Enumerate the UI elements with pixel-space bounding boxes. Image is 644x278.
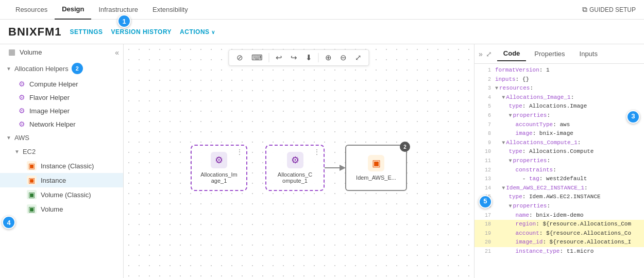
panel-expand-left-icon[interactable]: » — [479, 50, 483, 58]
sidebar-item-volume[interactable]: ▦ Volume — [0, 44, 123, 60]
volume-ec2-icon: ▣ — [27, 204, 37, 214]
sidebar-item-image-helper[interactable]: ⚙ Image Helper — [0, 104, 123, 117]
code-line-16: 16 ▼properties: — [474, 202, 644, 211]
image-helper-icon: ⚙ — [19, 107, 25, 115]
sidebar-collapse-btn[interactable]: « — [115, 48, 119, 57]
instance-classic-label: Instance (Classic) — [41, 162, 94, 170]
flavor-helper-icon: ⚙ — [19, 93, 25, 101]
canvas-area[interactable]: ⊘ ⌨ ↩ ↪ ⬇ ⊕ ⊖ ⤢ ⋮ ⚙ Allocations_Image_1 … — [124, 44, 474, 278]
sidebar-group-ec2[interactable]: ▼ EC2 — [0, 145, 123, 159]
sidebar-item-volume-classic[interactable]: ▣ Volume (Classic) — [0, 187, 123, 202]
redo-icon[interactable]: ↪ — [289, 52, 299, 63]
zoom-in-icon[interactable]: ⊕ — [323, 52, 334, 63]
main-layout: « ▦ Volume ▼ Allocation Helpers 2 ⚙ Comp… — [0, 44, 644, 278]
sidebar-item-instance[interactable]: ▣ Instance — [0, 173, 123, 187]
node-idem-aws[interactable]: 2 ▣ Idem_AWS_E... — [345, 145, 407, 191]
network-helper-label: Network Helper — [29, 120, 76, 128]
version-history-link[interactable]: VERSION HISTORY — [111, 28, 172, 36]
nav-design[interactable]: Design — [55, 0, 91, 20]
instance-classic-icon: ▣ — [27, 161, 37, 170]
instance-label: Instance — [41, 177, 66, 184]
volume-ec2-label: Volume — [41, 205, 63, 213]
node-allocations-compute[interactable]: ⋮ ⚙ Allocations_Compute_1 — [265, 145, 325, 191]
code-line-18: 18 region: ${resource.Allocations_Com — [474, 220, 644, 229]
expand-icon[interactable]: ⤢ — [353, 52, 364, 63]
code-content[interactable]: 1 formatVersion: 1 2 inputs: {} 3 ▼resou… — [474, 64, 644, 278]
sidebar-item-flavor-helper[interactable]: ⚙ Flavor Helper — [0, 91, 123, 104]
node-menu-icon-2[interactable]: ⋮ — [313, 148, 320, 156]
guided-setup-link[interactable]: ⧉ GUIDED SETUP — [582, 5, 636, 14]
code-line-17: 17 name: bnix-idem-demo — [474, 211, 644, 220]
node-menu-icon-1[interactable]: ⋮ — [236, 148, 243, 156]
allocation-helpers-label: Allocation Helpers — [14, 65, 69, 73]
node-allocations-image[interactable]: ⋮ ⚙ Allocations_Image_1 — [191, 145, 247, 191]
volume-icon: ▦ — [8, 47, 15, 57]
aws-label: AWS — [14, 134, 29, 142]
code-panel-header: » ⤢ Code Properties Inputs — [474, 44, 644, 64]
sidebar-item-volume-ec2[interactable]: ▣ Volume — [0, 202, 123, 216]
node-label-compute: Allocations_Compute_1 — [278, 171, 312, 184]
volume-classic-icon: ▣ — [27, 190, 37, 199]
nav-extensibility[interactable]: Extensibility — [145, 0, 195, 20]
ec2-label: EC2 — [23, 148, 36, 155]
sidebar-item-instance-classic[interactable]: ▣ Instance (Classic) — [0, 159, 123, 173]
toolbar-sep-2 — [318, 53, 319, 62]
code-line-5: 5 type: Allocations.Image — [474, 102, 644, 111]
node-label-image: Allocations_Image_1 — [200, 171, 238, 184]
app-title: BNIXFM1 — [8, 25, 62, 39]
guided-setup-label: GUIDED SETUP — [589, 6, 636, 13]
chevron-down-icon: ▼ — [6, 66, 11, 72]
code-line-8: 8 image: bnix-image — [474, 129, 644, 138]
sidebar: « ▦ Volume ▼ Allocation Helpers 2 ⚙ Comp… — [0, 44, 124, 278]
node-label-idem: Idem_AWS_E... — [356, 175, 396, 181]
tab-inputs[interactable]: Inputs — [573, 47, 604, 61]
tab-properties[interactable]: Properties — [528, 47, 571, 61]
eye-slash-icon[interactable]: ⊘ — [234, 52, 245, 63]
compute-helper-label: Compute Helper — [29, 80, 78, 88]
code-line-9: 9 ▼Allocations_Compute_1: — [474, 138, 644, 148]
code-line-10: 10 type: Allocations.Compute — [474, 147, 644, 157]
code-line-11: 11 ▼properties: — [474, 157, 644, 166]
node-icon-image: ⚙ — [211, 152, 227, 168]
code-line-15: 15 type: Idem.AWS.EC2.INSTANCE — [474, 193, 644, 202]
code-panel-expand-icons: » ⤢ — [479, 50, 492, 58]
volume-classic-label: Volume (Classic) — [41, 191, 91, 199]
code-line-7: 7 accountType: aws — [474, 120, 644, 130]
sidebar-group-aws[interactable]: ▼ AWS — [0, 131, 123, 145]
code-line-4: 4 ▼Allocations_Image_1: — [474, 93, 644, 102]
node-icon-idem: ▣ — [368, 155, 384, 171]
undo-icon[interactable]: ↩ — [274, 52, 284, 63]
sidebar-item-compute-helper[interactable]: ⚙ Compute Helper — [0, 77, 123, 91]
chevron-down-icon-aws: ▼ — [6, 135, 11, 141]
actions-link[interactable]: ACTIONS — [180, 28, 215, 36]
sidebar-volume-label: Volume — [20, 48, 42, 56]
nav-resources[interactable]: Resources — [8, 0, 55, 20]
sidebar-group-allocation-helpers[interactable]: ▼ Allocation Helpers 2 — [0, 60, 123, 77]
annotation-5: 5 — [479, 195, 492, 208]
canvas-toolbar: ⊘ ⌨ ↩ ↪ ⬇ ⊕ ⊖ ⤢ — [229, 49, 369, 66]
panel-expand-icon[interactable]: ⤢ — [486, 50, 492, 58]
settings-link[interactable]: SETTINGS — [70, 28, 103, 36]
nav-infrastructure[interactable]: Infrastructure — [91, 0, 145, 20]
code-line-3: 3 ▼resources: — [474, 84, 644, 93]
tab-code[interactable]: Code — [497, 46, 527, 61]
guided-setup-icon: ⧉ — [582, 5, 587, 14]
code-line-19: 19 account: ${resource.Allocations_Co — [474, 229, 644, 238]
chevron-down-icon-ec2: ▼ — [14, 149, 20, 154]
zoom-out-icon[interactable]: ⊖ — [338, 52, 349, 63]
code-line-13: 13 - tag: west2default — [474, 175, 644, 184]
sub-header: BNIXFM1 SETTINGS VERSION HISTORY ACTIONS — [0, 20, 644, 44]
flavor-helper-label: Flavor Helper — [29, 94, 70, 101]
image-helper-label: Image Helper — [29, 107, 70, 115]
keyboard-icon[interactable]: ⌨ — [249, 52, 265, 63]
allocation-helpers-badge: 2 — [72, 63, 83, 74]
download-icon[interactable]: ⬇ — [303, 52, 314, 63]
annotation-1: 1 — [117, 14, 131, 28]
code-line-21: 21 instance_type: t1.micro — [474, 247, 644, 256]
node-idem-badge: 2 — [400, 142, 410, 152]
arrow-connector — [325, 163, 345, 173]
code-line-20: 20 image_id: ${resource.Allocations_I — [474, 238, 644, 247]
code-line-1: 1 formatVersion: 1 — [474, 66, 644, 75]
sidebar-item-network-helper[interactable]: ⚙ Network Helper — [0, 117, 123, 131]
code-line-2: 2 inputs: {} — [474, 75, 644, 84]
